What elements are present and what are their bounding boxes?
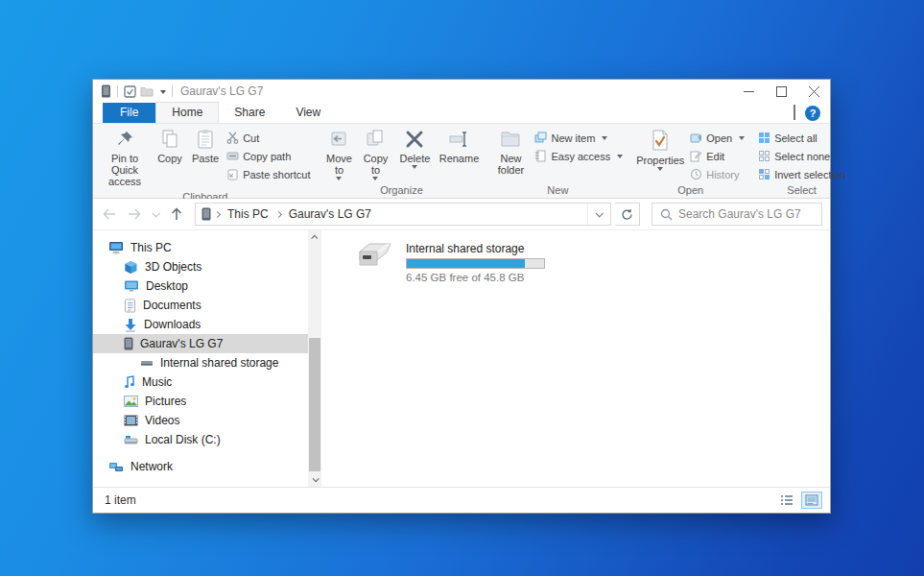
back-button[interactable] [99,204,120,225]
copy-button[interactable]: Copy [153,126,187,167]
pictures-icon [124,396,138,407]
minimize-button[interactable] [732,80,765,103]
sidebar-item-downloads[interactable]: Downloads [93,315,308,334]
new-folder-icon [499,129,522,150]
tab-share[interactable]: Share [219,103,280,123]
large-icons-view-button[interactable] [801,492,822,509]
tab-file[interactable]: File [103,103,155,123]
details-view-button[interactable] [776,492,797,509]
quick-access-toolbar [93,84,175,98]
button-label: New item [551,132,595,144]
copy-to-button[interactable]: Copy to [357,126,393,183]
new-item-button[interactable]: New item [532,130,626,146]
forward-button[interactable] [124,204,145,225]
properties-button[interactable]: Properties [633,126,687,174]
sidebar-item-label: Pictures [145,395,186,408]
breadcrumb-device[interactable]: Gaurav's LG G7 [285,207,375,221]
breadcrumb-this-pc[interactable]: This PC [224,207,272,221]
history-button[interactable]: History [687,166,747,182]
phone-icon [201,207,211,221]
paste-shortcut-button[interactable]: Paste shortcut [224,166,313,182]
scrollbar-thumb[interactable] [309,338,320,471]
sidebar-item-desktop[interactable]: Desktop [93,276,308,296]
3d-objects-icon [124,260,138,275]
dropdown-caret [602,136,607,140]
dropdown-caret [372,177,378,180]
properties-check-icon[interactable] [124,85,136,98]
dropdown-caret [617,155,623,158]
select-none-icon [758,150,770,162]
phone-icon [101,84,111,98]
new-folder-icon[interactable] [140,85,154,97]
refresh-button[interactable] [615,203,640,226]
delete-button[interactable]: Delete [393,126,436,172]
cut-button[interactable]: Cut [224,130,313,146]
sidebar-item-local-disk[interactable]: Local Disk (C:) [93,430,308,449]
sidebar-item-pictures[interactable]: Pictures [93,392,308,411]
maximize-button[interactable] [765,80,797,103]
button-label: Paste [192,153,219,164]
search-input[interactable] [678,207,814,221]
file-explorer-window: Gaurav's LG G7 File Home Share View [92,79,831,514]
copy-to-icon [365,129,386,150]
pin-to-quick-access-button[interactable]: Pin to Quick access [97,126,153,190]
sidebar-item-network[interactable]: Network [93,457,308,476]
sidebar-item-this-pc[interactable]: This PC [93,238,308,257]
close-button[interactable] [797,80,830,103]
select-all-icon [758,132,770,144]
open-button[interactable]: Open [687,130,747,146]
move-to-button[interactable]: Move to [320,126,357,183]
navigation-scrollbar[interactable] [308,230,321,487]
address-bar[interactable]: This PC Gaurav's LG G7 [195,203,611,226]
qat-customize-caret[interactable] [157,84,166,98]
minimize-ribbon-button[interactable] [794,107,795,120]
title-bar[interactable]: Gaurav's LG G7 [93,80,830,103]
file-list-pane[interactable]: Internal shared storage 6.45 GB free of … [321,230,830,487]
new-folder-button[interactable]: New folder [489,126,532,179]
rename-icon [448,129,469,150]
address-dropdown-button[interactable] [587,204,608,225]
ribbon-group-new: New folder New item [486,124,629,198]
sidebar-item-label: Music [142,375,172,389]
music-icon [124,375,135,390]
sidebar-item-videos[interactable]: Videos [93,411,308,430]
group-label-open: Open [633,183,747,198]
search-box[interactable] [652,203,822,226]
button-label: Copy path [243,151,291,162]
button-label: Edit [706,151,724,162]
sidebar-item-3d-objects[interactable]: 3D Objects [93,257,308,276]
up-button[interactable] [166,204,187,225]
scroll-down-button[interactable] [308,472,321,487]
tab-home[interactable]: Home [155,102,219,123]
button-label: Cut [243,132,259,144]
documents-icon [124,299,136,313]
easy-access-button[interactable]: Easy access [532,148,626,164]
button-label: Properties [636,155,684,166]
window-title: Gaurav's LG G7 [180,84,263,98]
select-none-button[interactable]: Select none [755,148,848,164]
edit-icon [690,150,702,162]
copy-path-icon [226,150,239,162]
sidebar-item-device[interactable]: Gaurav's LG G7 [93,334,308,353]
sidebar-item-internal-storage[interactable]: Internal shared storage [93,353,308,372]
select-all-button[interactable]: Select all [755,130,848,146]
tab-view[interactable]: View [280,103,336,123]
invert-selection-button[interactable]: Invert selection [755,166,848,182]
invert-selection-icon [758,168,770,180]
paste-button[interactable]: Paste [187,126,224,167]
help-button[interactable]: ? [805,106,820,121]
paste-icon [195,129,216,150]
copy-path-button[interactable]: Copy path [224,148,313,164]
status-bar: 1 item [93,487,830,513]
drive-item[interactable]: Internal shared storage 6.45 GB free of … [354,240,584,283]
recent-locations-caret[interactable] [149,204,162,225]
storage-icon [140,359,154,367]
drive-name: Internal shared storage [406,242,545,255]
sidebar-item-documents[interactable]: Documents [93,296,308,315]
button-label: Invert selection [774,169,845,180]
edit-button[interactable]: Edit [687,148,747,164]
sidebar-item-music[interactable]: Music [93,372,308,392]
rename-button[interactable]: Rename [436,126,482,167]
button-label: New folder [494,153,527,176]
scroll-up-button[interactable] [308,230,321,245]
